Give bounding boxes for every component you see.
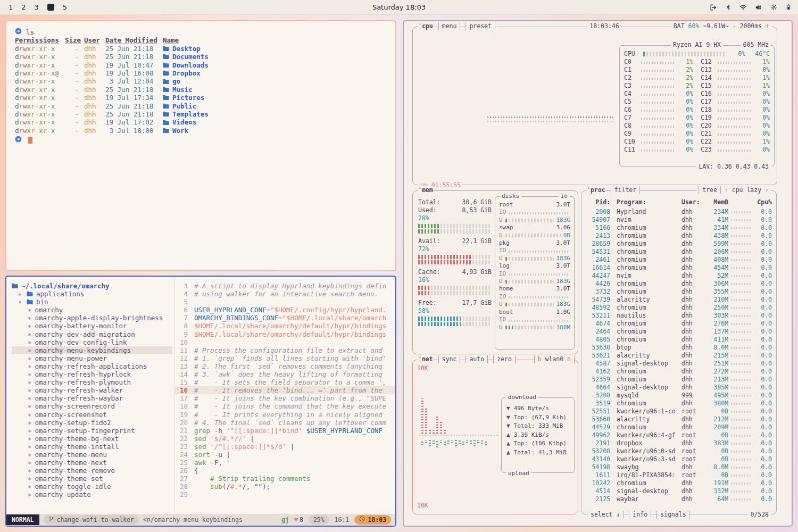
sort-next-button[interactable]: › (765, 186, 769, 194)
process-row[interactable]: 48592chromiumdhh250M0.0 (587, 304, 772, 312)
tree-item[interactable]: omarchy-refresh-hyprlock (12, 370, 172, 378)
clock[interactable]: Saturday 18:03 (372, 3, 426, 11)
tree-item[interactable]: omarchy-theme-set (12, 475, 172, 483)
process-row[interactable]: 4587signal-desktopdhh251M0.0 (587, 360, 772, 368)
code-line[interactable]: 17# - It joins the key combination (e.g.… (175, 394, 395, 402)
code-line[interactable]: 16# - It removes the 'bind... =' part fr… (175, 386, 395, 394)
process-row[interactable]: 44247nvimdhh52M0.0 (587, 272, 772, 280)
process-row[interactable]: 49962kworker/u96:4-gfroot0B0.0 (587, 431, 772, 439)
tree-item[interactable]: omarchy-menu-keybindings (12, 346, 172, 354)
process-row[interactable]: 53668alacrittydhh212M0.0 (587, 415, 772, 423)
process-row[interactable]: 2464chromiumdhh137M0.0 (587, 328, 772, 336)
code-line[interactable]: 28 sub(/#.*/, ""); (175, 483, 395, 491)
process-row[interactable]: 4514signal-desktopdhh332M0.0 (587, 487, 772, 495)
code-line[interactable]: 13# 2. The first `sed` removes comments … (175, 362, 395, 370)
process-row[interactable]: 4664signal-desktopdhh385M0.0 (587, 384, 772, 392)
code-line[interactable]: 7OMARCHY_BINDINGS_CONF="$HOME/.local/sha… (175, 314, 395, 322)
cpu-box-title[interactable]: cpu (418, 22, 433, 30)
tree-item[interactable]: omarchy-apple-display-brightness (12, 314, 172, 322)
tree-item[interactable]: omarchy-theme-menu (12, 451, 172, 459)
folder-entry[interactable]: Videos (163, 118, 387, 126)
process-row[interactable]: 54739alacrittydhh210M0.0 (587, 296, 772, 304)
folder-entry[interactable]: Templates (163, 110, 387, 118)
code-line[interactable]: 27 # Strip trailing comments (175, 475, 395, 483)
process-row[interactable]: 2461chromiumdhh408M0.0 (587, 256, 772, 264)
git-branch[interactable]: change-wofi-to-walker (44, 515, 139, 525)
tree-item[interactable]: omarchy-theme-install (12, 443, 172, 451)
folder-entry[interactable]: Desktop (163, 45, 387, 53)
process-row[interactable]: 52551kworker/u96:1-coroot0B0.0 (587, 408, 772, 415)
process-row[interactable]: 2413chromiumdhh438M0.0 (587, 232, 772, 240)
code-line[interactable]: 11# Process the configuration file to ex… (175, 346, 395, 354)
code-line[interactable]: 5 (175, 298, 395, 306)
tree-item[interactable]: omarchy-refresh-walker (12, 386, 172, 394)
process-row[interactable]: 5166chromiumdhh334M0.0 (587, 224, 772, 232)
code-line[interactable]: 14# 3. `awk` does the heavy lifting of f… (175, 370, 395, 378)
workspace-4-active-indicator[interactable] (47, 4, 54, 11)
tree-item[interactable]: omarchy-update (12, 491, 172, 498)
proc-select-button[interactable]: select ↓ (587, 511, 624, 519)
workspace-3[interactable]: 3 (35, 3, 39, 11)
disks-title[interactable]: disks (500, 192, 521, 200)
tree-root[interactable]: ~/.local/share/omarchy (12, 282, 172, 290)
code-line[interactable]: 24sort -u | (175, 451, 395, 459)
tree-item[interactable]: omarchy-refresh-waybar (12, 394, 172, 402)
process-row[interactable]: 1611irq/81-PIXA3854:root0B0.0 (587, 471, 772, 479)
process-row[interactable]: 3208mysqld999495M0.0 (587, 392, 772, 400)
process-row[interactable]: 2125waybardhh64M0.0 (587, 495, 772, 503)
process-row[interactable]: 4674chromiumdhh276M0.0 (587, 320, 772, 328)
proc-signals-button[interactable]: signals (656, 511, 689, 519)
tree-item[interactable]: omarchy-toggle-idle (12, 483, 172, 491)
folder-entry[interactable]: Public (163, 102, 387, 110)
tree-item[interactable]: omarchy-theme-remove (12, 467, 172, 475)
code-line[interactable]: 21grep -h '^[[:space:]]*bind' $USER_HYPR… (175, 427, 395, 435)
tree-item[interactable]: omarchy-dev-config-link (12, 338, 172, 346)
code-line[interactable]: 20# 4. The final `sed` cleans up any lef… (175, 419, 395, 427)
proc-header-user[interactable]: User: (681, 198, 704, 206)
bluetooth-icon[interactable] (725, 4, 732, 11)
wifi-icon[interactable] (739, 4, 747, 11)
code-line[interactable]: 26{ (175, 467, 395, 475)
process-row[interactable]: 53211nautilusdhh303M0.0 (587, 312, 772, 320)
tree-item[interactable]: omarchy-setup-fido2 (12, 419, 172, 427)
process-row[interactable]: 53621alacrittydhh215M0.0 (587, 352, 772, 360)
prompt-line-empty[interactable] (15, 136, 387, 144)
code-line[interactable]: 29 (175, 491, 395, 498)
proc-header-mem[interactable]: MemB (704, 198, 728, 206)
mem-box-title[interactable]: mem (418, 186, 433, 194)
process-row[interactable]: 44529chromiumdhh209M0.0 (587, 423, 772, 431)
process-row[interactable]: 3519chromiumdhh380M0.0 (587, 400, 772, 408)
process-row[interactable]: 54907nvimdhh41M0.0 (587, 216, 772, 224)
tree-item[interactable]: omarchy-dev-add-migration (12, 330, 172, 338)
menu-button[interactable]: menu (438, 22, 461, 30)
code-line[interactable]: 4# using walker for an interactive searc… (175, 290, 395, 298)
code-line[interactable]: 15# - It sets the field separator to a c… (175, 378, 395, 386)
folder-entry[interactable]: Downloads (163, 61, 387, 69)
interval-decrease-button[interactable]: - (733, 22, 736, 30)
code-line[interactable]: 25awk -F, ' (175, 459, 395, 467)
logout-icon[interactable] (710, 4, 717, 11)
code-line[interactable]: 19# - It prints everything in a nicely a… (175, 411, 395, 419)
interval-increase-button[interactable]: + (766, 22, 769, 30)
code-line[interactable]: 12# 1. `grep` finds all lines starting w… (175, 354, 395, 362)
process-row[interactable]: 4805chromiumdhh411M0.0 (587, 336, 772, 344)
process-row[interactable]: 10242chromiumdhh191M0.0 (587, 479, 772, 487)
tree-item[interactable]: omarchy-theme-bg-next (12, 435, 172, 443)
code-line[interactable]: 23sed '/^[[:space:]]*$/d' | (175, 443, 395, 451)
process-row[interactable]: 43140kworker/u96:3-sdroot0B0.0 (587, 455, 772, 463)
process-row[interactable]: 53208kworker/u96:0-sdroot0B0.0 (587, 447, 772, 455)
workspace-5[interactable]: 5 (63, 3, 67, 11)
tree-item[interactable]: omarchy-refresh-applications (12, 362, 172, 370)
process-row[interactable]: 16614chromiumdhh454M0.0 (587, 264, 772, 272)
workspace-2[interactable]: 2 (21, 3, 26, 11)
tree-item[interactable]: omarchy-refresh-plymouth (12, 378, 172, 386)
code-line[interactable]: 3# A script to display Hyprland keybindi… (175, 282, 395, 290)
tree-item[interactable]: omarchy-menu-power (12, 354, 172, 362)
code-line[interactable]: 9$HOME/.local/share/omarchy/default/hypr… (175, 330, 395, 338)
battery-icon[interactable] (785, 4, 792, 11)
proc-filter-button[interactable]: filter (611, 186, 641, 194)
volume-icon[interactable] (755, 4, 762, 11)
process-row[interactable]: 53638btopdhh8.0M0.0 (587, 344, 772, 352)
code-line[interactable]: 22sed 's/#.*//' | (175, 435, 395, 443)
tree-item[interactable]: omarchy-battery-monitor (12, 322, 172, 330)
